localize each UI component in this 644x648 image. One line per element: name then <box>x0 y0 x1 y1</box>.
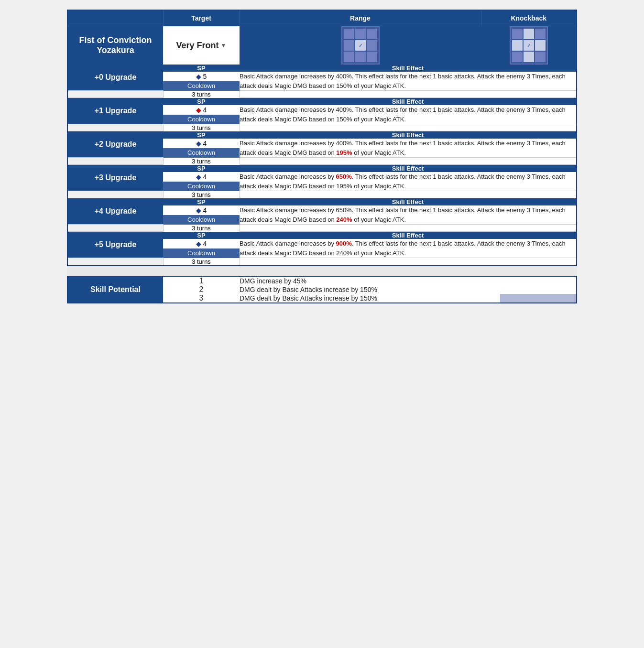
kb-grid-cell-7 <box>524 52 534 62</box>
upgrade-0-turns: 3 turns <box>163 91 240 98</box>
upgrade-0-effect-header: Skill Effect <box>240 65 577 72</box>
upgrade-5-sp-value: ◆ 4 <box>163 239 240 248</box>
range-icon-cell: ✓ <box>240 26 481 65</box>
upgrade-4-highlight: 240% <box>336 216 352 223</box>
potential-row-1: Skill Potential 1 DMG increase by 45% <box>67 276 577 285</box>
upgrade-1-sp-header: SP <box>163 98 240 106</box>
potential-icon-2 <box>500 285 577 294</box>
grid-cell-1 <box>355 29 366 39</box>
kb-grid-cell-1 <box>524 29 534 39</box>
upgrade-2-sp-row: +2 Upgrade SP Skill Effect <box>67 131 577 139</box>
upgrade-5-turns: 3 turns <box>163 258 240 266</box>
upgrade-0-effect-text: Basic Attack damage increases by 400%. T… <box>240 72 577 91</box>
upgrade-5-sp-header: SP <box>163 232 240 239</box>
upgrade-2-turns: 3 turns <box>163 158 240 165</box>
grid-cell-0 <box>344 29 354 39</box>
upgrade-4-sp-value: ◆ 4 <box>163 205 240 215</box>
upgrade-2-effect-header: Skill Effect <box>240 131 577 139</box>
kb-grid-cell-center: ✓ <box>524 40 534 51</box>
target-cell[interactable]: Very Front ▼ <box>163 26 240 65</box>
potential-desc-1: DMG increase by 45% <box>240 276 500 285</box>
kb-grid-cell-8 <box>535 52 546 62</box>
upgrade-1-effect-header: Skill Effect <box>240 98 577 106</box>
upgrade-4-effect-text: Basic Attack damage increases by 650%. T… <box>240 205 577 225</box>
potential-desc-3: DMG dealt by Basic Attacks increase by 1… <box>240 294 500 303</box>
upgrade-4-turns: 3 turns <box>163 225 240 232</box>
upgrade-1-label: +1 Upgrade <box>67 98 163 124</box>
upgrade-2-effect-text: Basic Attack damage increases by 400%. T… <box>240 139 577 158</box>
upgrade-3-label: +3 Upgrade <box>67 165 163 191</box>
upgrade-0-sp-header: SP <box>163 65 240 72</box>
upgrade-0-cooldown-label: Cooldown <box>163 81 240 90</box>
upgrade-0-diamond: ◆ <box>196 73 201 80</box>
upgrade-4-turns-row: 3 turns <box>67 225 577 232</box>
grid-cell-5 <box>367 40 377 51</box>
upgrade-3-highlight-1: 650% <box>336 173 352 180</box>
target-dropdown[interactable]: Very Front ▼ <box>176 41 227 51</box>
potential-desc-2: DMG dealt by Basic Attacks increase by 1… <box>240 285 500 294</box>
upgrade-4-cooldown-label: Cooldown <box>163 215 240 224</box>
grid-cell-2 <box>367 29 377 39</box>
upgrade-3-effect-text: Basic Attack damage increases by 650%. T… <box>240 172 577 191</box>
col-header-knockback: Knockback <box>481 10 577 26</box>
grid-cell-8 <box>367 52 377 62</box>
upgrade-5-effect-header: Skill Effect <box>240 232 577 239</box>
grid-cell-6 <box>344 52 354 62</box>
col-header-range: Range <box>240 10 481 26</box>
col-header-empty <box>67 10 163 26</box>
upgrade-1-cooldown-label: Cooldown <box>163 115 240 124</box>
skill-potential-label: Skill Potential <box>67 276 163 303</box>
upgrade-2-highlight: 195% <box>336 149 352 156</box>
grid-cell-7 <box>355 52 366 62</box>
skill-potential-section: Skill Potential 1 DMG increase by 45% 2 … <box>67 276 577 303</box>
kb-grid-cell-0 <box>512 29 523 39</box>
upgrade-5-sp-row: +5 Upgrade SP Skill Effect <box>67 232 577 239</box>
upgrade-2-label: +2 Upgrade <box>67 131 163 158</box>
target-value: Very Front <box>176 41 219 51</box>
upgrade-4-diamond: ◆ <box>196 206 201 214</box>
upgrade-0-sp-value: ◆ 5 <box>163 72 240 81</box>
skill-name-line1: Fist of Conviction <box>68 35 163 45</box>
kb-grid-cell-5 <box>535 40 546 51</box>
main-table: Target Range Knockback Fist of Convictio… <box>67 10 577 303</box>
upgrade-5-diamond: ◆ <box>196 240 201 248</box>
upgrade-5-label: +5 Upgrade <box>67 232 163 258</box>
potential-number-1: 1 <box>163 276 240 285</box>
upgrade-5-turns-row: 3 turns <box>67 258 577 266</box>
upgrade-5-highlight-1: 900% <box>336 240 352 247</box>
knockback-grid-icon: ✓ <box>510 26 548 65</box>
upgrade-2-cooldown-label: Cooldown <box>163 148 240 157</box>
upgrade-3-cooldown-label: Cooldown <box>163 182 240 191</box>
kb-grid-cell-3 <box>512 40 523 51</box>
kb-grid-cell-6 <box>512 52 523 62</box>
potential-icon-1 <box>500 276 577 285</box>
upgrade-1-turns-row: 3 turns <box>67 124 577 131</box>
upgrade-1-sp-row: +1 Upgrade SP Skill Effect <box>67 98 577 106</box>
upgrade-3-turns: 3 turns <box>163 191 240 198</box>
upgrade-0-turns-row: 3 turns <box>67 91 577 98</box>
upgrade-3-sp-row: +3 Upgrade SP Skill Effect <box>67 165 577 173</box>
upgrade-4-effect-header: Skill Effect <box>240 198 577 206</box>
upgrade-1-diamond: ◆ <box>196 106 201 114</box>
header-row: Target Range Knockback <box>67 10 577 26</box>
upgrade-3-diamond: ◆ <box>196 173 201 181</box>
upgrade-2-diamond: ◆ <box>196 140 201 147</box>
upgrade-5-cooldown-label: Cooldown <box>163 248 240 258</box>
upgrade-2-sp-value: ◆ 4 <box>163 139 240 148</box>
upgrade-3-effect-header: Skill Effect <box>240 165 577 173</box>
knockback-icon-cell: ✓ <box>481 26 577 65</box>
upgrade-2-turns-row: 3 turns <box>67 158 577 165</box>
upgrade-1-effect-text: Basic Attack damage increases by 400%. T… <box>240 105 577 124</box>
upgrade-0-label: +0 Upgrade <box>67 65 163 91</box>
upgrade-5-effect-text: Basic Attack damage increases by 900%. T… <box>240 239 577 258</box>
upgrade-4-label: +4 Upgrade <box>67 198 163 225</box>
potential-number-2: 2 <box>163 285 240 294</box>
upgrade-0-sp-row: +0 Upgrade SP Skill Effect <box>67 65 577 72</box>
upgrade-3-sp-value: ◆ 4 <box>163 172 240 182</box>
kb-grid-cell-2 <box>535 29 546 39</box>
upgrade-3-turns-row: 3 turns <box>67 191 577 198</box>
skill-name-line2: Yozakura <box>68 45 163 55</box>
upgrade-4-sp-header: SP <box>163 198 240 206</box>
skill-name-cell: Fist of Conviction Yozakura <box>67 26 163 65</box>
upgrade-4-sp-row: +4 Upgrade SP Skill Effect <box>67 198 577 206</box>
